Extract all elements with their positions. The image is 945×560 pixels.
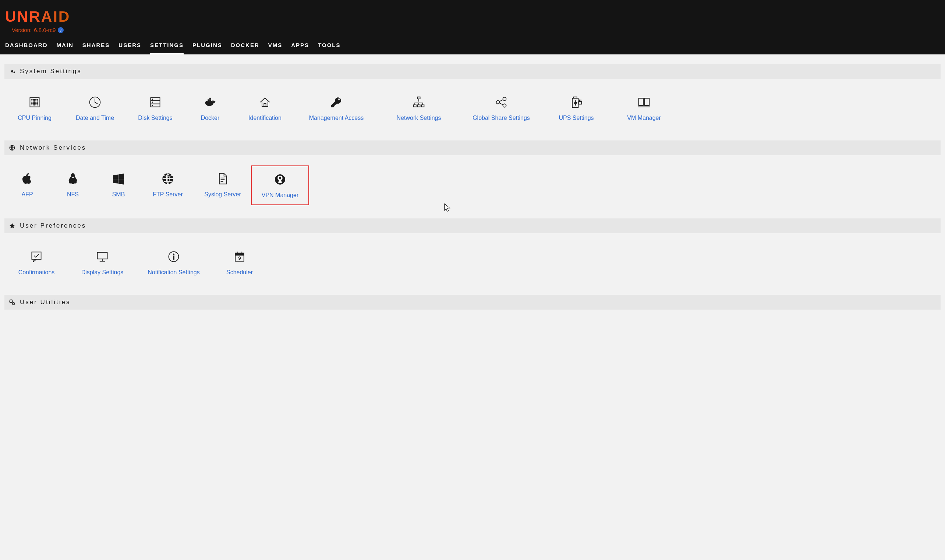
- share-icon: [495, 95, 508, 109]
- tiles-prefs: ConfirmationsDisplay SettingsNotificatio…: [5, 233, 940, 285]
- settings-body: System Settings CPU PinningDate and Time…: [0, 54, 945, 324]
- tile-label: Identification: [248, 115, 282, 122]
- tile-label: Management Access: [309, 115, 364, 122]
- tile-label: AFP: [22, 191, 33, 198]
- version-prefix: Version:: [12, 27, 32, 33]
- home-icon: [258, 95, 271, 109]
- version-number: 6.8.0-rc9: [34, 27, 55, 33]
- tile-label: SMB: [112, 191, 125, 198]
- tile-nfs[interactable]: NFS: [50, 165, 96, 205]
- tile-label: VM Manager: [627, 115, 661, 122]
- tile-label: VPN Manager: [262, 192, 299, 198]
- app-header: UNRAID Version: 6.8.0-rc9 i DASHBOARDMAI…: [0, 0, 945, 54]
- tile-afp[interactable]: AFP: [5, 165, 50, 205]
- vm-icon: [637, 95, 651, 109]
- tile-label: Syslog Server: [204, 191, 241, 198]
- nav-item-shares[interactable]: SHARES: [82, 42, 110, 54]
- cpu-icon: [28, 95, 41, 109]
- confirm-icon: [30, 250, 43, 263]
- section-title: User Utilities: [20, 298, 70, 306]
- windows-icon: [112, 172, 125, 185]
- clock-icon: [88, 95, 102, 109]
- tile-vpn-manager[interactable]: VPN Manager: [251, 165, 309, 205]
- tile-label: CPU Pinning: [18, 115, 51, 122]
- section-header-util: User Utilities: [5, 295, 940, 309]
- nav-item-docker[interactable]: DOCKER: [231, 42, 259, 54]
- tile-label: Disk Settings: [138, 115, 172, 122]
- document-icon: [216, 172, 229, 185]
- section-header-network: Network Services: [5, 140, 940, 155]
- tile-display-settings[interactable]: Display Settings: [68, 243, 136, 282]
- tile-label: Date and Time: [76, 115, 114, 122]
- tile-label: Scheduler: [226, 269, 253, 276]
- tile-docker[interactable]: Docker: [185, 89, 235, 127]
- tile-confirmations[interactable]: Confirmations: [5, 243, 68, 282]
- tile-smb[interactable]: SMB: [96, 165, 141, 205]
- tile-label: Display Settings: [81, 269, 123, 276]
- tile-label: Notification Settings: [148, 269, 199, 276]
- gear-icon: [9, 68, 15, 75]
- tiles-system: CPU PinningDate and TimeDisk SettingsDoc…: [5, 79, 940, 130]
- tiles-network: AFPNFSSMBFTP ServerSyslog ServerVPN Mana…: [5, 155, 940, 208]
- section-header-prefs: User Preferences: [5, 218, 940, 233]
- tile-global-share[interactable]: Global Share Settings: [460, 89, 543, 127]
- tile-label: Global Share Settings: [473, 115, 530, 122]
- tile-ups-settings[interactable]: UPS Settings: [543, 89, 610, 127]
- brand-logo: UNRAID: [5, 8, 70, 25]
- gears-icon: [9, 299, 15, 306]
- tile-label: Network Settings: [397, 115, 441, 122]
- star-icon: [9, 223, 15, 229]
- tile-label: UPS Settings: [559, 115, 594, 122]
- tile-ftp-server[interactable]: FTP Server: [141, 165, 194, 205]
- nav-item-settings[interactable]: SETTINGS: [150, 42, 183, 54]
- nav-item-main[interactable]: MAIN: [57, 42, 74, 54]
- tile-mgmt-access[interactable]: Management Access: [295, 89, 378, 127]
- tile-label: Confirmations: [18, 269, 55, 276]
- tile-notification-settings[interactable]: Notification Settings: [136, 243, 211, 282]
- tile-label: Docker: [201, 115, 220, 122]
- section-title: System Settings: [20, 68, 82, 75]
- tile-syslog-server[interactable]: Syslog Server: [194, 165, 251, 205]
- globe-icon: [9, 145, 15, 151]
- tile-date-time[interactable]: Date and Time: [65, 89, 125, 127]
- section-title: User Preferences: [20, 222, 86, 229]
- calendar-icon: [233, 250, 246, 263]
- tile-label: NFS: [67, 191, 79, 198]
- network-icon: [412, 95, 425, 109]
- tile-cpu-pinning[interactable]: CPU Pinning: [5, 89, 65, 127]
- vpn-icon: [273, 173, 287, 186]
- info-icon: [167, 250, 180, 263]
- nav-item-users[interactable]: USERS: [119, 42, 141, 54]
- main-nav: DASHBOARDMAINSHARESUSERSSETTINGSPLUGINSD…: [5, 33, 940, 54]
- nav-item-apps[interactable]: APPS: [291, 42, 309, 54]
- ups-icon: [570, 95, 583, 109]
- section-header-system: System Settings: [5, 64, 940, 79]
- disk-icon: [149, 95, 162, 109]
- monitor-icon: [96, 250, 109, 263]
- tile-identification[interactable]: Identification: [235, 89, 295, 127]
- nav-item-dashboard[interactable]: DASHBOARD: [5, 42, 48, 54]
- docker-icon: [203, 95, 217, 109]
- key-icon: [330, 95, 343, 109]
- tile-disk-settings[interactable]: Disk Settings: [125, 89, 185, 127]
- tile-vm-manager[interactable]: VM Manager: [610, 89, 678, 127]
- info-icon[interactable]: i: [58, 27, 64, 33]
- tile-scheduler[interactable]: Scheduler: [211, 243, 268, 282]
- section-title: Network Services: [20, 144, 86, 151]
- version-line: Version: 6.8.0-rc9 i: [12, 27, 940, 33]
- apple-icon: [21, 172, 34, 185]
- globe-icon: [161, 172, 174, 185]
- tile-label: FTP Server: [153, 191, 183, 198]
- nav-item-plugins[interactable]: PLUGINS: [193, 42, 222, 54]
- nav-item-vms[interactable]: VMS: [268, 42, 283, 54]
- nav-item-tools[interactable]: TOOLS: [318, 42, 341, 54]
- linux-icon: [66, 172, 80, 185]
- tile-network-settings[interactable]: Network Settings: [378, 89, 460, 127]
